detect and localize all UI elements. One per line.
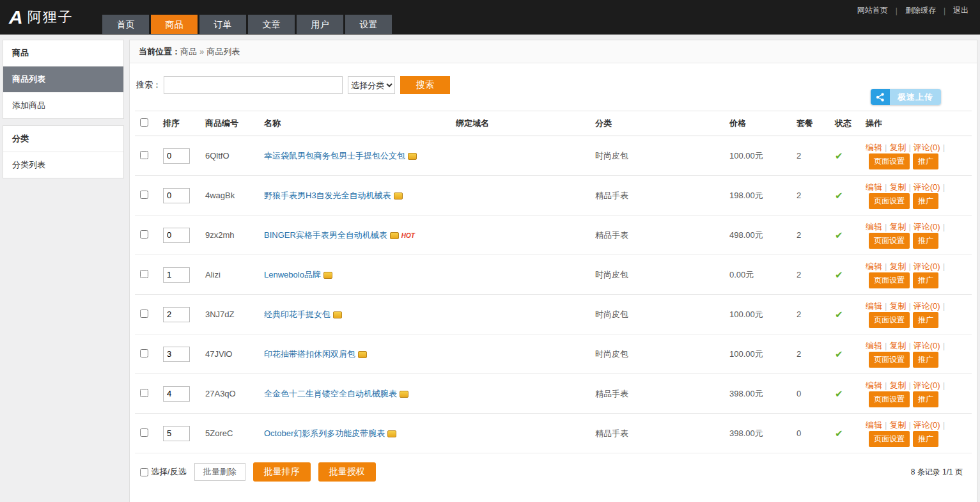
- edit-link[interactable]: 编辑: [866, 182, 882, 192]
- nav-tab-home[interactable]: 首页: [102, 15, 149, 34]
- promote-button[interactable]: 推广: [913, 312, 938, 328]
- edit-link[interactable]: 编辑: [866, 222, 882, 231]
- comments-link[interactable]: 评论(0): [914, 262, 940, 271]
- row-sort-input[interactable]: [163, 267, 190, 283]
- logout-link[interactable]: 退出: [953, 5, 968, 16]
- copy-link[interactable]: 复制: [889, 143, 906, 152]
- product-name-link[interactable]: 野狼手表男H3自发光全自动机械表: [264, 191, 391, 200]
- bound-domain: [451, 295, 590, 334]
- copy-link[interactable]: 复制: [889, 262, 906, 271]
- page-setting-button[interactable]: 页面设置: [869, 193, 910, 209]
- nav-tab-articles[interactable]: 文章: [248, 15, 295, 34]
- row-sort-input[interactable]: [163, 386, 190, 402]
- comments-link[interactable]: 评论(0): [914, 301, 940, 311]
- copy-link[interactable]: 复制: [889, 420, 906, 430]
- share-cloud-icon: [871, 89, 890, 105]
- table-row: 6QltfO 幸运袋鼠男包商务包男士手提包公文包HOT 时尚皮包 100.00元…: [135, 136, 972, 176]
- row-sort-input[interactable]: [163, 307, 190, 322]
- page-setting-button[interactable]: 页面设置: [869, 312, 910, 328]
- row-sort-input[interactable]: [163, 426, 190, 441]
- comments-link[interactable]: 评论(0): [914, 143, 940, 152]
- product-name-link[interactable]: 幸运袋鼠男包商务包男士手提包公文包: [264, 151, 405, 161]
- select-invert-label[interactable]: 选择/反选: [140, 466, 187, 478]
- product-category: 精品手表: [590, 176, 724, 216]
- nav-tab-users[interactable]: 用户: [297, 15, 343, 34]
- copy-link[interactable]: 复制: [889, 341, 906, 350]
- sidebar-item-add-product[interactable]: 添加商品: [3, 93, 123, 118]
- promote-button[interactable]: 推广: [913, 193, 938, 209]
- edit-link[interactable]: 编辑: [866, 143, 882, 152]
- row-sort-input[interactable]: [163, 347, 190, 362]
- separator: |: [908, 380, 910, 390]
- fast-upload-button[interactable]: 极速上传: [871, 89, 941, 105]
- promote-button[interactable]: 推广: [913, 391, 938, 407]
- category-select[interactable]: 选择分类: [348, 76, 395, 94]
- promote-button[interactable]: 推广: [913, 352, 938, 368]
- page-setting-button[interactable]: 页面设置: [869, 391, 910, 407]
- edit-link[interactable]: 编辑: [866, 301, 882, 311]
- row-sort-input[interactable]: [163, 188, 190, 203]
- copy-link[interactable]: 复制: [889, 301, 906, 311]
- row-checkbox[interactable]: [140, 151, 148, 159]
- copy-link[interactable]: 复制: [889, 222, 906, 231]
- row-sort-input[interactable]: [163, 228, 190, 243]
- page-setting-button[interactable]: 页面设置: [869, 272, 910, 288]
- edit-link[interactable]: 编辑: [866, 380, 882, 390]
- comments-link[interactable]: 评论(0): [914, 222, 940, 231]
- page-setting-button[interactable]: 页面设置: [869, 233, 910, 249]
- breadcrumb: 当前位置：商品»商品列表: [130, 40, 977, 63]
- row-checkbox[interactable]: [140, 310, 148, 318]
- batch-delete-button[interactable]: 批量删除: [194, 463, 245, 481]
- row-checkbox[interactable]: [140, 230, 148, 239]
- row-checkbox[interactable]: [140, 270, 148, 278]
- sidebar-item-category-list[interactable]: 分类列表: [3, 152, 123, 178]
- promote-button[interactable]: 推广: [913, 272, 938, 288]
- product-name-link[interactable]: October幻影系列多功能皮带腕表: [264, 428, 385, 438]
- batch-sort-button[interactable]: 批量排序: [253, 462, 311, 482]
- thumbnail-icon: [387, 430, 396, 437]
- page-setting-button[interactable]: 页面设置: [869, 431, 910, 447]
- select-all-checkbox[interactable]: [140, 118, 148, 127]
- product-code: 5ZoreC: [200, 414, 259, 453]
- row-checkbox[interactable]: [140, 349, 148, 357]
- search-input[interactable]: [164, 76, 343, 94]
- product-price: 498.00元: [724, 216, 791, 255]
- site-home-link[interactable]: 网站首页: [857, 5, 888, 16]
- comments-link[interactable]: 评论(0): [914, 380, 940, 390]
- comments-link[interactable]: 评论(0): [914, 182, 940, 192]
- product-name-link[interactable]: 经典印花手提女包: [264, 310, 331, 319]
- page-setting-button[interactable]: 页面设置: [869, 153, 910, 169]
- edit-link[interactable]: 编辑: [866, 262, 882, 271]
- search-button[interactable]: 搜索: [400, 76, 450, 94]
- separator: |: [896, 6, 898, 15]
- product-code: 6QltfO: [200, 136, 259, 176]
- select-invert-text: 选择/反选: [151, 466, 187, 478]
- select-invert-checkbox[interactable]: [140, 468, 148, 476]
- product-name-link[interactable]: BINGER宾格手表男全自动机械表: [264, 230, 387, 240]
- edit-link[interactable]: 编辑: [866, 341, 882, 350]
- promote-button[interactable]: 推广: [913, 431, 938, 447]
- product-name-link[interactable]: 全金色十二生肖镂空全自动机械腕表: [264, 389, 397, 398]
- thumbnail-icon: [323, 272, 332, 279]
- comments-link[interactable]: 评论(0): [914, 420, 940, 430]
- promote-button[interactable]: 推广: [913, 153, 938, 169]
- copy-link[interactable]: 复制: [889, 380, 906, 390]
- copy-link[interactable]: 复制: [889, 182, 906, 192]
- status-ok-icon: ✔: [835, 190, 843, 201]
- row-checkbox[interactable]: [140, 428, 148, 437]
- row-checkbox[interactable]: [140, 191, 148, 199]
- page-setting-button[interactable]: 页面设置: [869, 352, 910, 368]
- nav-tab-orders[interactable]: 订单: [199, 15, 246, 34]
- comments-link[interactable]: 评论(0): [914, 341, 940, 350]
- row-checkbox[interactable]: [140, 389, 148, 397]
- row-sort-input[interactable]: [163, 148, 190, 164]
- edit-link[interactable]: 编辑: [866, 420, 882, 430]
- nav-tab-settings[interactable]: 设置: [345, 15, 392, 34]
- promote-button[interactable]: 推广: [913, 233, 938, 249]
- product-name-link[interactable]: 印花抽带搭扣休闲双肩包: [264, 349, 355, 359]
- batch-auth-button[interactable]: 批量授权: [318, 462, 376, 482]
- product-name-link[interactable]: Lenwebolo品牌: [264, 270, 321, 279]
- sidebar-item-product-list[interactable]: 商品列表: [3, 67, 123, 93]
- nav-tab-products[interactable]: 商品: [151, 15, 198, 34]
- clear-cache-link[interactable]: 删除缓存: [905, 5, 936, 16]
